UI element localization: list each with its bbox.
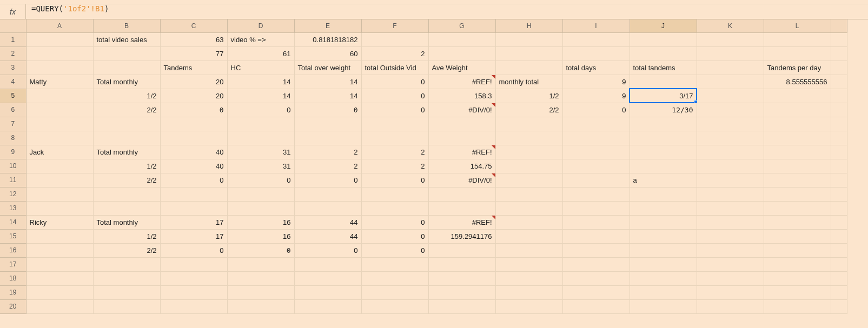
cell-E18[interactable]: [294, 271, 361, 285]
row-header-17[interactable]: 17: [0, 257, 26, 271]
cell-B16[interactable]: 2/2: [93, 243, 160, 257]
cell-D10[interactable]: 31: [227, 159, 294, 173]
cell-E19[interactable]: [294, 285, 361, 299]
cell-E4[interactable]: 14: [294, 75, 361, 89]
cell-F5[interactable]: 0: [361, 89, 428, 103]
cell-A20[interactable]: [26, 299, 93, 313]
select-all-corner[interactable]: [0, 19, 26, 32]
cell-J4[interactable]: [630, 75, 697, 89]
cell-L2[interactable]: [764, 46, 831, 61]
formula-input[interactable]: =QUERY('1of2'!B1): [26, 4, 868, 19]
cell-E20[interactable]: [294, 299, 361, 313]
cell-L7[interactable]: [764, 117, 831, 131]
cell-F17[interactable]: [361, 257, 428, 271]
cell-A19[interactable]: [26, 285, 93, 299]
cell-K16[interactable]: [697, 243, 764, 257]
row-header-6[interactable]: 6: [0, 103, 26, 117]
cell-C1[interactable]: 63: [160, 32, 227, 46]
row-header-19[interactable]: 19: [0, 285, 26, 299]
cell-B5[interactable]: 1/2: [93, 89, 160, 103]
cell-G10[interactable]: 154.75: [428, 159, 495, 173]
cell-C16[interactable]: 0: [160, 243, 227, 257]
cell-L14[interactable]: [764, 215, 831, 229]
cell-H7[interactable]: [495, 117, 562, 131]
cell-F6[interactable]: 0: [361, 103, 428, 117]
row-header-14[interactable]: 14: [0, 215, 26, 229]
cell-E7[interactable]: [294, 117, 361, 131]
cell-I10[interactable]: [562, 159, 630, 173]
cell-G20[interactable]: [428, 299, 495, 313]
cell-G7[interactable]: [428, 117, 495, 131]
cell-A9[interactable]: Jack: [26, 145, 93, 159]
cell-D14[interactable]: 16: [227, 215, 294, 229]
cell-A8[interactable]: [26, 131, 93, 145]
cell-G13[interactable]: [428, 201, 495, 215]
cell-H11[interactable]: [495, 173, 562, 187]
cell-K5[interactable]: [697, 89, 764, 103]
cell-D17[interactable]: [227, 257, 294, 271]
cell-K9[interactable]: [697, 145, 764, 159]
cell-C17[interactable]: [160, 257, 227, 271]
cell-D19[interactable]: [227, 285, 294, 299]
cell-F20[interactable]: [361, 299, 428, 313]
cell-K8[interactable]: [697, 131, 764, 145]
cell-L18[interactable]: [764, 271, 831, 285]
cell-F9[interactable]: 2: [361, 145, 428, 159]
cell-D4[interactable]: 14: [227, 75, 294, 89]
cell-H3[interactable]: [495, 61, 562, 75]
cell-G15[interactable]: 159.2941176: [428, 229, 495, 243]
cell-H4[interactable]: monthly total: [495, 75, 562, 89]
cell-F1[interactable]: [361, 32, 428, 46]
cell-E16[interactable]: 0: [294, 243, 361, 257]
cell-I5[interactable]: 9: [562, 89, 630, 103]
row-header-7[interactable]: 7: [0, 117, 26, 131]
cell-L12[interactable]: [764, 187, 831, 201]
cell-B13[interactable]: [93, 201, 160, 215]
cell-D13[interactable]: [227, 201, 294, 215]
cell-B9[interactable]: Total monthly: [93, 145, 160, 159]
cell-B19[interactable]: [93, 285, 160, 299]
cell-H13[interactable]: [495, 201, 562, 215]
cell-C7[interactable]: [160, 117, 227, 131]
cell-K18[interactable]: [697, 271, 764, 285]
cell-A12[interactable]: [26, 187, 93, 201]
cell-E8[interactable]: [294, 131, 361, 145]
cell-J19[interactable]: [630, 285, 697, 299]
cell-E10[interactable]: 2: [294, 159, 361, 173]
cell-H15[interactable]: [495, 229, 562, 243]
cell-E3[interactable]: Total over weight: [294, 61, 361, 75]
cell-H12[interactable]: [495, 187, 562, 201]
row-header-11[interactable]: 11: [0, 173, 26, 187]
row-header-2[interactable]: 2: [0, 46, 26, 61]
cell-H18[interactable]: [495, 271, 562, 285]
cell-J14[interactable]: [630, 215, 697, 229]
cell-D20[interactable]: [227, 299, 294, 313]
cell-D2[interactable]: 61: [227, 46, 294, 61]
cell-G1[interactable]: [428, 32, 495, 46]
cell-K12[interactable]: [697, 187, 764, 201]
cell-E6[interactable]: 0: [294, 103, 361, 117]
cell-A16[interactable]: [26, 243, 93, 257]
column-header-D[interactable]: D: [227, 19, 294, 32]
cell-G8[interactable]: [428, 131, 495, 145]
cell-C5[interactable]: 20: [160, 89, 227, 103]
cell-H8[interactable]: [495, 131, 562, 145]
column-header-J[interactable]: J: [630, 19, 697, 32]
row-header-20[interactable]: 20: [0, 299, 26, 313]
cell-F13[interactable]: [361, 201, 428, 215]
cell-B6[interactable]: 2/2: [93, 103, 160, 117]
cell-H19[interactable]: [495, 285, 562, 299]
cell-G5[interactable]: 158.3: [428, 89, 495, 103]
row-header-1[interactable]: 1: [0, 32, 26, 46]
cell-L13[interactable]: [764, 201, 831, 215]
cell-C6[interactable]: 0: [160, 103, 227, 117]
row-header-9[interactable]: 9: [0, 145, 26, 159]
column-header-H[interactable]: H: [495, 19, 562, 32]
row-header-15[interactable]: 15: [0, 229, 26, 243]
cell-I7[interactable]: [562, 117, 630, 131]
cell-J17[interactable]: [630, 257, 697, 271]
cell-F18[interactable]: [361, 271, 428, 285]
cell-B12[interactable]: [93, 187, 160, 201]
cell-C12[interactable]: [160, 187, 227, 201]
cell-I20[interactable]: [562, 299, 630, 313]
